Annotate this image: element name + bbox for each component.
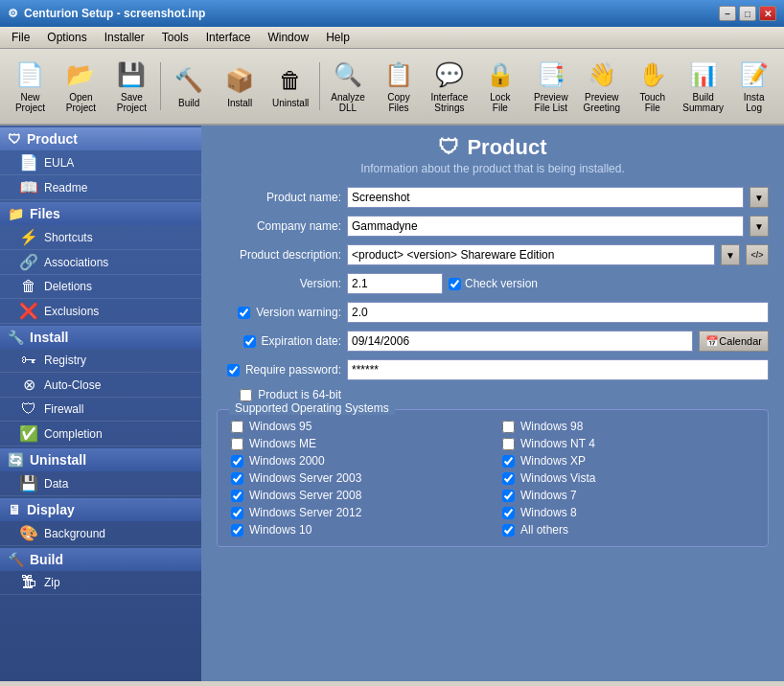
preview-file-list-button[interactable]: 📑 Preview File List: [526, 54, 575, 119]
sidebar-item-registry[interactable]: 🗝 Registry: [0, 349, 201, 373]
preview-file-list-icon: 📑: [536, 59, 566, 90]
save-project-button[interactable]: 💾 Save Project: [107, 54, 156, 119]
sidebar-item-eula[interactable]: 📄 EULA: [0, 150, 201, 175]
menu-tools[interactable]: Tools: [154, 29, 196, 46]
menu-options[interactable]: Options: [39, 29, 94, 46]
os-winserver2008-checkbox[interactable]: [231, 490, 243, 502]
close-button[interactable]: ✕: [759, 6, 776, 21]
uninstall-button[interactable]: 🗑 Uninstall: [266, 54, 315, 119]
os-item-win2000[interactable]: Windows 2000: [231, 454, 483, 468]
require-password-checkbox[interactable]: [227, 364, 240, 377]
sidebar-section-files[interactable]: 📁 Files: [0, 202, 201, 225]
os-item-winvista[interactable]: Windows Vista: [502, 471, 754, 485]
product-description-code-btn[interactable]: </>: [746, 244, 769, 265]
zip-icon: 🗜: [19, 574, 38, 591]
os-win95-checkbox[interactable]: [231, 421, 243, 433]
sidebar-item-auto-close[interactable]: ⊗ Auto-Close: [0, 373, 201, 398]
os-allothers-checkbox[interactable]: [502, 524, 515, 537]
install-log-button[interactable]: 📝 Insta Log: [729, 54, 778, 119]
maximize-button[interactable]: □: [739, 6, 756, 21]
sidebar-item-readme[interactable]: 📖 Readme: [0, 175, 201, 200]
sidebar-section-uninstall[interactable]: 🔄 Uninstall: [0, 448, 201, 471]
os-win95-label: Windows 95: [249, 420, 311, 433]
install-button[interactable]: 📦 Install: [216, 54, 265, 119]
build-section-icon: 🔨: [8, 552, 24, 567]
os-winxp-checkbox[interactable]: [502, 455, 515, 468]
company-name-dropdown[interactable]: ▼: [749, 216, 769, 237]
new-project-icon: 📄: [14, 59, 45, 90]
os-item-winserver2012[interactable]: Windows Server 2012: [231, 506, 483, 519]
menu-window[interactable]: Window: [260, 29, 316, 46]
version-warning-checkbox[interactable]: [238, 307, 250, 319]
os-item-winserver2003[interactable]: Windows Server 2003: [231, 471, 483, 485]
build-summary-button[interactable]: 📊 Build Summary: [679, 54, 727, 119]
interface-strings-button[interactable]: 💬 Interface Strings: [425, 54, 473, 119]
check-version-checkbox-container[interactable]: Check version: [449, 277, 538, 290]
touch-file-button[interactable]: ✋ Touch File: [628, 54, 677, 119]
menu-installer[interactable]: Installer: [97, 29, 152, 46]
os-item-winme[interactable]: Windows ME: [231, 437, 483, 450]
version-input[interactable]: [347, 273, 443, 294]
build-button[interactable]: 🔨 Build: [165, 54, 214, 119]
os-win2000-checkbox[interactable]: [231, 455, 243, 468]
new-project-button[interactable]: 📄 New Project: [6, 54, 55, 119]
menu-interface[interactable]: Interface: [198, 29, 259, 46]
os-win8-checkbox[interactable]: [502, 507, 515, 519]
sidebar-item-background[interactable]: 🎨 Background: [0, 521, 201, 546]
version-warning-input[interactable]: [347, 302, 769, 323]
require-password-input[interactable]: [347, 359, 769, 380]
os-winserver2012-checkbox[interactable]: [231, 507, 243, 519]
os-winvista-checkbox[interactable]: [502, 472, 515, 485]
check-version-checkbox[interactable]: [449, 278, 461, 290]
company-name-input[interactable]: [347, 216, 744, 237]
os-winnt4-checkbox[interactable]: [502, 438, 515, 450]
sidebar-section-install[interactable]: 🔧 Install: [0, 326, 201, 349]
sidebar-item-zip[interactable]: 🗜 Zip: [0, 571, 201, 595]
os-item-win95[interactable]: Windows 95: [231, 420, 483, 433]
os-win98-checkbox[interactable]: [502, 421, 515, 433]
sidebar-item-completion[interactable]: ✅ Completion: [0, 422, 201, 446]
os-item-win8[interactable]: Windows 8: [502, 506, 754, 519]
os-item-winnt4[interactable]: Windows NT 4: [502, 437, 754, 450]
sidebar-item-data[interactable]: 💾 Data: [0, 471, 201, 496]
os-win7-checkbox[interactable]: [502, 490, 515, 502]
eula-label: EULA: [44, 156, 74, 170]
open-project-button[interactable]: 📂 Open Project: [57, 54, 105, 119]
product-64bit-checkbox[interactable]: [240, 389, 252, 401]
sidebar-section-build[interactable]: 🔨 Build: [0, 548, 201, 571]
product-name-input[interactable]: [347, 187, 744, 208]
lock-file-button[interactable]: 🔒 Lock File: [475, 54, 524, 119]
os-item-allothers[interactable]: All others: [502, 523, 754, 537]
sidebar-section-product[interactable]: 🛡 Product: [0, 127, 201, 150]
sidebar-item-associations[interactable]: 🔗 Associations: [0, 250, 201, 275]
os-item-win10[interactable]: Windows 10: [231, 523, 483, 537]
product-name-dropdown[interactable]: ▼: [749, 187, 769, 208]
product-description-input[interactable]: [347, 244, 715, 265]
os-item-win7[interactable]: Windows 7: [502, 489, 754, 502]
associations-icon: 🔗: [19, 253, 38, 271]
expiration-input[interactable]: [347, 331, 693, 352]
sidebar-item-exclusions[interactable]: ❌ Exclusions: [0, 299, 201, 324]
os-winme-checkbox[interactable]: [231, 438, 243, 450]
os-item-winxp[interactable]: Windows XP: [502, 454, 754, 468]
expiration-checkbox[interactable]: [243, 335, 256, 348]
content-area: 🛡 Product Information about the product …: [201, 126, 784, 681]
menu-file[interactable]: File: [4, 29, 37, 46]
sidebar-item-shortcuts[interactable]: ⚡ Shortcuts: [0, 225, 201, 250]
os-item-win98[interactable]: Windows 98: [502, 420, 754, 433]
os-win10-checkbox[interactable]: [231, 524, 243, 537]
preview-greeting-button[interactable]: 👋 Preview Greeting: [577, 54, 626, 119]
copy-files-button[interactable]: 📋 Copy Files: [374, 54, 423, 119]
product-description-dropdown[interactable]: ▼: [721, 244, 740, 265]
minimize-button[interactable]: –: [719, 6, 736, 21]
os-winserver2003-checkbox[interactable]: [231, 472, 243, 485]
menu-help[interactable]: Help: [318, 29, 357, 46]
product-title: 🛡 Product: [438, 135, 546, 160]
calendar-button[interactable]: 📅 Calendar: [699, 331, 769, 352]
sidebar-section-display[interactable]: 🖥 Display: [0, 498, 201, 521]
os-item-winserver2008[interactable]: Windows Server 2008: [231, 489, 483, 502]
analyze-dll-button[interactable]: 🔍 Analyze DLL: [324, 54, 373, 119]
os-winxp-label: Windows XP: [520, 454, 586, 468]
sidebar-item-deletions[interactable]: 🗑 Deletions: [0, 275, 201, 299]
sidebar-item-firewall[interactable]: 🛡 Firewall: [0, 398, 201, 422]
